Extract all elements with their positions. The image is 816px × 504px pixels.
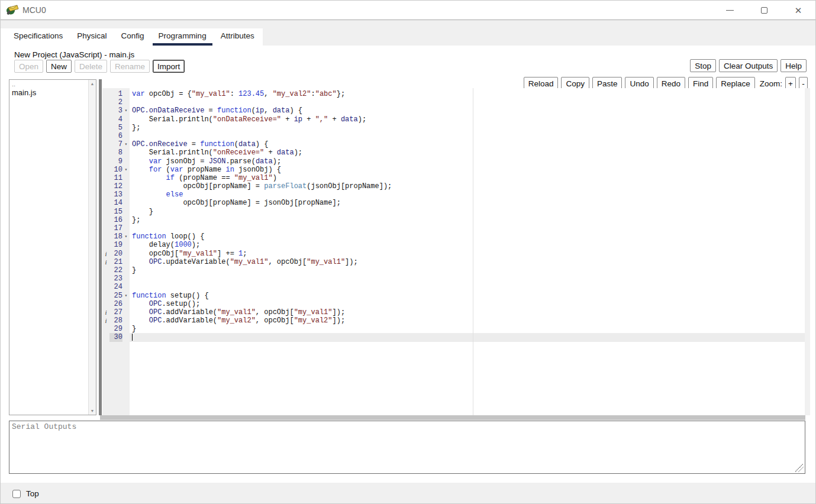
code-text: delay(1000); [130,241,810,249]
tab-attributes[interactable]: Attributes [215,28,260,46]
code-line[interactable]: 14 opcObj[propName] = jsonObj[propName]; [102,199,810,207]
code-line[interactable]: 22} [102,266,810,274]
fold-arrow-icon[interactable]: ▾ [122,232,130,241]
code-line[interactable]: 4 Serial.println("onDataReceive=" + ip +… [102,115,810,124]
code-line[interactable]: 11 if (propName == "my_val1") [102,174,810,182]
info-marker-empty [102,199,109,207]
code-line[interactable]: 25▾function setup() { [102,292,810,300]
fold-arrow-icon[interactable]: ▾ [122,140,130,148]
fold-column-empty [122,132,130,140]
help-button[interactable]: Help [780,59,807,72]
code-line[interactable]: i28 OPC.addVariable("my_val2", opcObj["m… [102,316,810,325]
line-number: 8 [109,148,122,157]
code-line[interactable]: 29} [102,325,810,333]
code-line[interactable]: i21 OPC.updateVariable("my_val1", opcObj… [102,258,810,266]
fold-column-empty [122,174,130,182]
fold-column-empty [122,157,130,166]
code-text: } [130,208,810,216]
maximize-button[interactable] [747,1,781,20]
line-number: 9 [109,157,122,166]
code-line[interactable]: 12 opcObj[propName] = parseFloat(jsonObj… [102,182,810,190]
code-line[interactable]: 17 [102,224,810,232]
code-text: } [130,325,810,333]
serial-output-area[interactable] [9,421,805,474]
info-marker-empty [102,283,109,291]
code-line[interactable]: 8 Serial.println("onReceive=" + data); [102,148,810,157]
file-list-scrollbar[interactable]: ▲ ▼ [88,80,96,415]
clear-outputs-button[interactable]: Clear Outputs [719,59,778,72]
code-line[interactable]: 9 var jsonObj = JSON.parse(data); [102,157,810,166]
info-marker-empty [102,182,109,190]
code-line[interactable]: 3▾OPC.onDataReceive = function(ip, data)… [102,106,810,115]
text-caret [132,334,133,341]
footer-bar: Top [1,483,815,504]
import-button[interactable]: Import [153,60,185,73]
close-button[interactable]: ✕ [781,1,815,20]
tab-specifications[interactable]: Specifications [8,28,69,46]
code-line[interactable]: 10▾ for (var propName in jsonObj) { [102,166,810,174]
scroll-down-icon[interactable]: ▼ [89,409,96,413]
code-line[interactable]: 24 [102,283,810,291]
code-line[interactable]: 19 delay(1000); [102,241,810,249]
code-text: Serial.println("onDataReceive=" + ip + "… [130,115,810,124]
code-line[interactable]: 16}; [102,216,810,224]
file-item-parent-dir[interactable]: .. [9,80,96,88]
fold-arrow-icon[interactable]: ▾ [122,106,130,115]
line-number: 4 [109,115,122,124]
code-line[interactable]: 23 [102,274,810,283]
top-checkbox-label: Top [26,489,39,498]
line-number: 17 [109,224,122,232]
code-line[interactable]: 7▾OPC.onReceive = function(data) { [102,140,810,148]
code-text: OPC.addVariable("my_val1", opcObj["my_va… [130,308,810,316]
code-text [130,132,810,140]
line-number: 22 [109,266,122,274]
vertical-splitter[interactable] [99,79,102,415]
info-marker-empty [102,98,109,106]
info-marker-empty [102,140,109,148]
fold-column-empty [122,333,130,341]
file-item-main-js[interactable]: main.js [9,88,96,98]
horizontal-splitter[interactable] [100,415,805,420]
code-line[interactable]: 13 else [102,190,810,199]
tab-config[interactable]: Config [115,28,150,46]
scroll-up-icon[interactable]: ▲ [89,82,96,86]
line-number: 5 [109,124,122,132]
code-editor[interactable]: 1var opcObj = {"my_val1": 123.45, "my_va… [102,88,810,415]
code-line[interactable]: 6 [102,132,810,140]
info-marker-empty [102,190,109,199]
code-line[interactable]: i20 opcObj["my_val1"] += 1; [102,250,810,258]
info-marker-empty [102,106,109,115]
new-button[interactable]: New [46,60,72,73]
editor-scrollbar[interactable] [805,88,810,415]
code-line[interactable]: 30 [102,333,810,341]
line-number: 26 [109,300,122,308]
line-number: 24 [109,283,122,291]
info-marker-empty [102,216,109,224]
zoom-label: Zoom: [760,79,782,88]
fold-column-empty [122,241,130,249]
code-line[interactable]: i27 OPC.addVariable("my_val1", opcObj["m… [102,308,810,316]
resize-grip-icon[interactable] [795,464,804,472]
minimize-button[interactable] [712,1,747,20]
fold-arrow-icon[interactable]: ▾ [122,166,130,174]
fold-column-empty [122,90,130,98]
code-line[interactable]: 5}; [102,124,810,132]
top-checkbox[interactable] [12,490,21,498]
code-text: } [130,266,810,274]
code-line[interactable]: 2 [102,98,810,106]
code-line[interactable]: 26 OPC.setup(); [102,300,810,308]
stop-button[interactable]: Stop [690,59,716,72]
line-number: 27 [109,308,122,316]
tab-physical[interactable]: Physical [71,28,112,46]
code-line[interactable]: 15 } [102,208,810,216]
info-marker-empty [102,300,109,308]
line-number: 3 [109,106,122,115]
fold-arrow-icon[interactable]: ▾ [122,292,130,300]
rename-button: Rename [110,60,150,73]
print-margin-line [473,88,473,415]
info-marker-empty [102,274,109,283]
fold-column-empty [122,199,130,207]
code-line[interactable]: 18▾function loop() { [102,232,810,241]
code-line[interactable]: 1var opcObj = {"my_val1": 123.45, "my_va… [102,90,810,98]
tab-programming[interactable]: Programming [153,28,212,46]
